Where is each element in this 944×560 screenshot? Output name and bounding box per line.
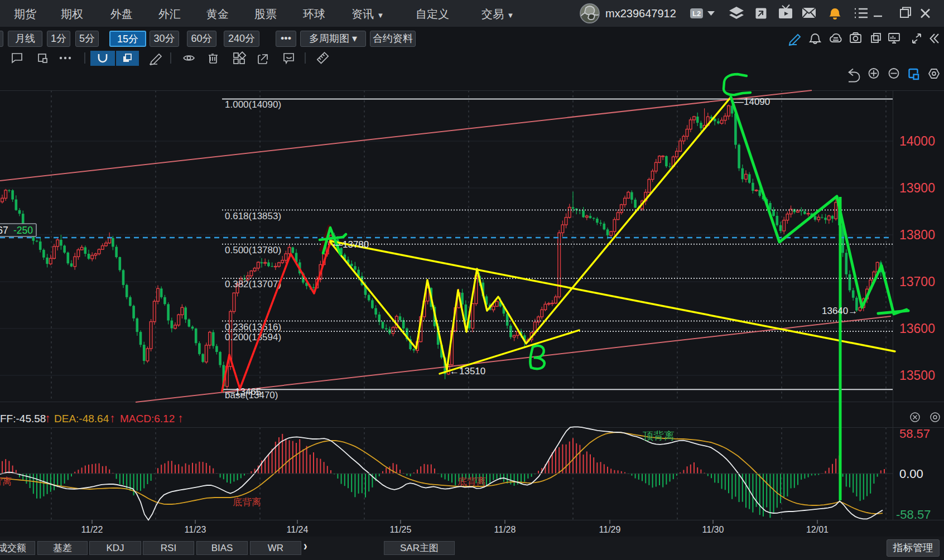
svg-text:底背离: 底背离	[457, 476, 486, 487]
svg-text:0.00: 0.00	[899, 467, 923, 481]
svg-text:11/23: 11/23	[185, 525, 206, 534]
svg-text:-250: -250	[13, 225, 33, 236]
svg-text:FF:-45.58: FF:-45.58	[0, 413, 46, 424]
svg-text:0.382(13707): 0.382(13707)	[225, 279, 281, 289]
svg-text:底背离: 底背离	[0, 476, 12, 487]
svg-text:11/28: 11/28	[494, 525, 516, 534]
svg-text:←13510: ←13510	[450, 366, 485, 376]
svg-text:-58.57: -58.57	[896, 508, 931, 522]
svg-text:0.200(13594): 0.200(13594)	[225, 332, 281, 342]
svg-text:11/25: 11/25	[390, 525, 412, 534]
svg-text:↑: ↑	[45, 412, 51, 424]
svg-text:—13465: —13465	[225, 387, 261, 397]
svg-text:13600: 13600	[899, 321, 935, 336]
svg-text:1.000(14090): 1.000(14090)	[225, 99, 281, 110]
svg-text:11/24: 11/24	[287, 525, 309, 534]
svg-text:mx239647912: mx239647912	[605, 7, 676, 20]
svg-text:12/01: 12/01	[806, 525, 829, 534]
svg-text:↑: ↑	[109, 412, 115, 424]
svg-text:底背离: 底背离	[233, 497, 261, 508]
svg-text:↑: ↑	[177, 412, 184, 424]
svg-text:13640→: 13640→	[822, 306, 858, 316]
svg-text:DEA:-48.64: DEA:-48.64	[54, 413, 109, 424]
svg-text:0.500(13780): 0.500(13780)	[225, 245, 281, 255]
svg-text:0.236(13616): 0.236(13616)	[225, 322, 281, 332]
svg-text:L2: L2	[692, 9, 701, 18]
svg-text:13700: 13700	[899, 274, 935, 289]
svg-text:—13780: —13780	[333, 239, 369, 250]
svg-text:13800: 13800	[899, 228, 935, 242]
svg-text:—14090: —14090	[734, 96, 770, 107]
svg-text:11/30: 11/30	[702, 525, 724, 534]
svg-text:13767: 13767	[0, 225, 8, 236]
svg-text:MACD:6.12: MACD:6.12	[120, 413, 175, 424]
svg-text:11/29: 11/29	[599, 525, 621, 534]
svg-text:顶背离: 顶背离	[643, 430, 675, 442]
svg-text:13500: 13500	[899, 368, 935, 383]
svg-text:0.618(13853): 0.618(13853)	[225, 211, 281, 221]
svg-text:58.57: 58.57	[899, 427, 930, 441]
svg-text:14000: 14000	[899, 134, 935, 148]
svg-text:11/22: 11/22	[81, 525, 103, 534]
svg-text:13900: 13900	[899, 181, 935, 195]
